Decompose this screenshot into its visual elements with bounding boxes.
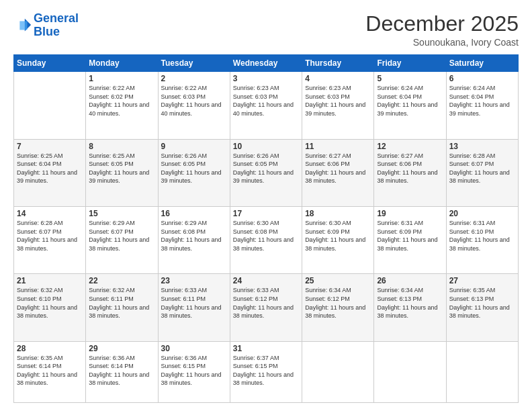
day-number: 2 [161,74,227,83]
col-saturday: Saturday [446,55,518,72]
day-info: Sunrise: 6:27 AMSunset: 6:06 PMDaylight:… [305,152,371,185]
calendar-week-row: 14Sunrise: 6:28 AMSunset: 6:07 PMDayligh… [14,206,519,273]
calendar-header-row: Sunday Monday Tuesday Wednesday Thursday… [14,55,519,72]
day-info: Sunrise: 6:34 AMSunset: 6:12 PMDaylight:… [305,286,371,320]
day-number: 19 [377,209,443,218]
table-row [374,341,446,402]
day-number: 31 [233,344,299,353]
col-sunday: Sunday [14,55,86,72]
day-number: 10 [233,142,299,151]
day-number: 30 [161,344,227,353]
day-number: 28 [17,344,83,353]
calendar-week-row: 21Sunrise: 6:32 AMSunset: 6:10 PMDayligh… [14,274,519,341]
table-row: 1Sunrise: 6:22 AMSunset: 6:02 PMDaylight… [86,72,158,139]
day-info: Sunrise: 6:29 AMSunset: 6:07 PMDaylight:… [89,219,154,253]
day-info: Sunrise: 6:33 AMSunset: 6:12 PMDaylight:… [233,286,299,320]
day-info: Sunrise: 6:23 AMSunset: 6:03 PMDaylight:… [305,84,371,118]
day-number: 13 [449,142,515,151]
title-block: December 2025 Sounoukana, Ivory Coast [365,12,519,48]
table-row [446,341,518,402]
logo-general: General [34,11,79,25]
day-number: 6 [449,74,515,83]
day-number: 24 [233,276,299,285]
day-info: Sunrise: 6:30 AMSunset: 6:09 PMDaylight:… [305,219,371,253]
day-info: Sunrise: 6:25 AMSunset: 6:04 PMDaylight:… [17,152,83,185]
day-info: Sunrise: 6:23 AMSunset: 6:03 PMDaylight:… [233,84,299,118]
table-row: 18Sunrise: 6:30 AMSunset: 6:09 PMDayligh… [302,206,374,273]
table-row: 13Sunrise: 6:28 AMSunset: 6:07 PMDayligh… [446,139,518,206]
col-tuesday: Tuesday [158,55,230,72]
day-number: 7 [17,142,83,151]
table-row: 10Sunrise: 6:26 AMSunset: 6:05 PMDayligh… [230,139,302,206]
table-row: 2Sunrise: 6:22 AMSunset: 6:03 PMDaylight… [158,72,230,139]
day-number: 8 [89,142,154,151]
day-number: 3 [233,74,299,83]
day-number: 5 [377,74,443,83]
table-row: 27Sunrise: 6:35 AMSunset: 6:13 PMDayligh… [446,274,518,341]
col-friday: Friday [374,55,446,72]
col-thursday: Thursday [302,55,374,72]
day-info: Sunrise: 6:35 AMSunset: 6:14 PMDaylight:… [17,354,83,387]
day-info: Sunrise: 6:32 AMSunset: 6:11 PMDaylight:… [89,286,154,320]
day-info: Sunrise: 6:31 AMSunset: 6:09 PMDaylight:… [377,219,443,253]
col-monday: Monday [86,55,158,72]
calendar-week-row: 7Sunrise: 6:25 AMSunset: 6:04 PMDaylight… [14,139,519,206]
day-number: 16 [161,209,227,218]
table-row: 25Sunrise: 6:34 AMSunset: 6:12 PMDayligh… [302,274,374,341]
table-row: 11Sunrise: 6:27 AMSunset: 6:06 PMDayligh… [302,139,374,206]
day-info: Sunrise: 6:28 AMSunset: 6:07 PMDaylight:… [449,152,515,185]
day-info: Sunrise: 6:28 AMSunset: 6:07 PMDaylight:… [17,219,83,253]
day-number: 15 [89,209,154,218]
day-number: 14 [17,209,83,218]
day-info: Sunrise: 6:26 AMSunset: 6:05 PMDaylight:… [161,152,227,185]
table-row [302,341,374,402]
day-number: 29 [89,344,154,353]
table-row: 7Sunrise: 6:25 AMSunset: 6:04 PMDaylight… [14,139,86,206]
day-number: 17 [233,209,299,218]
table-row: 29Sunrise: 6:36 AMSunset: 6:14 PMDayligh… [86,341,158,402]
day-number: 26 [377,276,443,285]
table-row: 5Sunrise: 6:24 AMSunset: 6:04 PMDaylight… [374,72,446,139]
day-info: Sunrise: 6:24 AMSunset: 6:04 PMDaylight:… [377,84,443,118]
day-info: Sunrise: 6:22 AMSunset: 6:03 PMDaylight:… [161,84,227,118]
day-info: Sunrise: 6:26 AMSunset: 6:05 PMDaylight:… [233,152,299,185]
table-row: 19Sunrise: 6:31 AMSunset: 6:09 PMDayligh… [374,206,446,273]
calendar-week-row: 28Sunrise: 6:35 AMSunset: 6:14 PMDayligh… [14,341,519,402]
logo-icon [13,16,32,35]
table-row: 20Sunrise: 6:31 AMSunset: 6:10 PMDayligh… [446,206,518,273]
table-row: 22Sunrise: 6:32 AMSunset: 6:11 PMDayligh… [86,274,158,341]
table-row: 8Sunrise: 6:25 AMSunset: 6:05 PMDaylight… [86,139,158,206]
month-title: December 2025 [365,12,519,36]
day-number: 1 [89,74,154,83]
day-info: Sunrise: 6:35 AMSunset: 6:13 PMDaylight:… [449,286,515,320]
day-number: 27 [449,276,515,285]
day-info: Sunrise: 6:33 AMSunset: 6:11 PMDaylight:… [161,286,227,320]
table-row: 31Sunrise: 6:37 AMSunset: 6:15 PMDayligh… [230,341,302,402]
table-row: 24Sunrise: 6:33 AMSunset: 6:12 PMDayligh… [230,274,302,341]
day-info: Sunrise: 6:31 AMSunset: 6:10 PMDaylight:… [449,219,515,253]
day-info: Sunrise: 6:27 AMSunset: 6:06 PMDaylight:… [377,152,443,185]
day-info: Sunrise: 6:22 AMSunset: 6:02 PMDaylight:… [89,84,154,118]
day-number: 22 [89,276,154,285]
table-row: 16Sunrise: 6:29 AMSunset: 6:08 PMDayligh… [158,206,230,273]
day-info: Sunrise: 6:32 AMSunset: 6:10 PMDaylight:… [17,286,83,320]
table-row: 23Sunrise: 6:33 AMSunset: 6:11 PMDayligh… [158,274,230,341]
day-number: 9 [161,142,227,151]
day-info: Sunrise: 6:36 AMSunset: 6:15 PMDaylight:… [161,354,227,387]
day-info: Sunrise: 6:36 AMSunset: 6:14 PMDaylight:… [89,354,154,387]
day-number: 4 [305,74,371,83]
table-row: 14Sunrise: 6:28 AMSunset: 6:07 PMDayligh… [14,206,86,273]
table-row: 26Sunrise: 6:34 AMSunset: 6:13 PMDayligh… [374,274,446,341]
table-row: 9Sunrise: 6:26 AMSunset: 6:05 PMDaylight… [158,139,230,206]
table-row: 17Sunrise: 6:30 AMSunset: 6:08 PMDayligh… [230,206,302,273]
calendar-week-row: 1Sunrise: 6:22 AMSunset: 6:02 PMDaylight… [14,72,519,139]
day-number: 23 [161,276,227,285]
table-row: 6Sunrise: 6:24 AMSunset: 6:04 PMDaylight… [446,72,518,139]
logo-blue: Blue [34,25,60,38]
day-info: Sunrise: 6:29 AMSunset: 6:08 PMDaylight:… [161,219,227,253]
table-row: 12Sunrise: 6:27 AMSunset: 6:06 PMDayligh… [374,139,446,206]
header: General Blue December 2025 Sounoukana, I… [13,12,519,48]
day-info: Sunrise: 6:34 AMSunset: 6:13 PMDaylight:… [377,286,443,320]
svg-marker-1 [19,21,27,30]
table-row: 4Sunrise: 6:23 AMSunset: 6:03 PMDaylight… [302,72,374,139]
